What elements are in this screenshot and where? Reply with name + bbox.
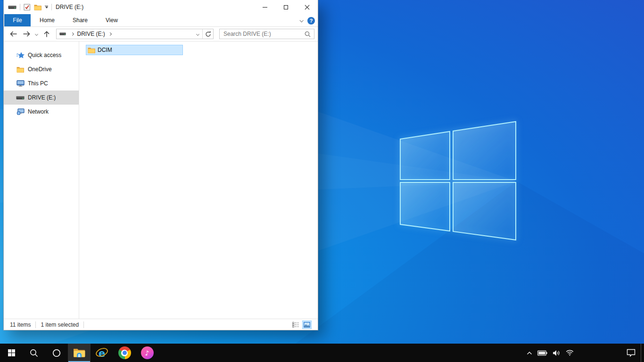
search-icon (30, 349, 38, 357)
hard-drive-icon (16, 96, 25, 100)
sidebar-item-this-pc[interactable]: This PC (4, 76, 79, 90)
tab-view[interactable]: View (97, 14, 127, 26)
sidebar-item-network[interactable]: Network (4, 105, 79, 119)
sidebar-item-label: Quick access (28, 52, 61, 58)
taskbar-search-button[interactable] (23, 344, 45, 362)
cortana-circle-icon (52, 349, 61, 357)
properties-button[interactable] (24, 4, 31, 11)
sidebar-item-onedrive[interactable]: OneDrive (4, 62, 79, 76)
new-folder-button[interactable] (34, 4, 41, 10)
search-icon[interactable] (305, 31, 311, 37)
forward-button[interactable] (20, 28, 33, 40)
sidebar-item-label: Network (28, 108, 49, 115)
itunes-icon: ♪ (141, 346, 154, 359)
statusbar-separator (83, 321, 84, 328)
file-explorer-icon (73, 348, 85, 358)
window-controls (254, 0, 318, 14)
tab-file[interactable]: File (4, 14, 31, 26)
window-drive-icon (8, 5, 17, 9)
quick-access-toolbar (4, 4, 52, 11)
network-icon (16, 108, 25, 115)
close-button[interactable] (297, 0, 318, 14)
close-icon (305, 5, 310, 10)
minimize-icon (263, 7, 267, 8)
customize-quick-access-button[interactable] (45, 6, 48, 8)
toolbar-separator (20, 4, 20, 10)
statusbar-separator (35, 321, 36, 328)
refresh-button[interactable] (203, 29, 213, 39)
window-title: DRIVE (E:) (56, 4, 83, 10)
breadcrumb-chevron-icon (71, 33, 74, 35)
taskbar-file-explorer-button[interactable] (68, 344, 91, 362)
up-button[interactable] (40, 28, 53, 40)
address-bar[interactable]: DRIVE (E:) (56, 29, 214, 39)
maximize-button[interactable] (275, 0, 297, 14)
navigation-toolbar: DRIVE (E:) (4, 27, 318, 41)
search-input[interactable] (220, 31, 305, 37)
selection-count: 1 item selected (41, 321, 79, 328)
help-button[interactable]: ? (307, 17, 315, 25)
monitor-icon (16, 80, 25, 87)
explorer-main: Quick access OneDrive This PC (4, 41, 318, 319)
tab-share[interactable]: Share (64, 14, 97, 26)
action-center-button[interactable] (621, 344, 641, 362)
windows-start-icon (8, 349, 15, 356)
breadcrumb-drive[interactable]: DRIVE (E:) (76, 31, 106, 37)
toolbar-separator (51, 4, 52, 10)
minimize-button[interactable] (254, 0, 275, 14)
title-bar: DRIVE (E:) (4, 0, 318, 14)
large-icons-view-button[interactable] (302, 321, 312, 329)
sidebar-item-label: OneDrive (28, 66, 52, 73)
show-desktop-button[interactable] (641, 344, 644, 362)
sidebar-item-label: DRIVE (E:) (28, 94, 56, 101)
volume-icon[interactable] (553, 350, 561, 356)
status-bar: 11 items 1 item selected (4, 319, 318, 330)
taskbar: e ♪ (0, 344, 644, 362)
expand-ribbon-button[interactable] (300, 15, 303, 27)
wifi-icon[interactable] (566, 350, 574, 356)
internet-explorer-icon: e (95, 347, 108, 359)
navigation-pane: Quick access OneDrive This PC (4, 41, 79, 319)
cortana-button[interactable] (45, 344, 68, 362)
search-bar (219, 29, 314, 39)
notifications-icon (627, 349, 636, 357)
file-list[interactable]: DCIM (79, 41, 318, 319)
tray-chevron-up-icon[interactable] (527, 351, 532, 355)
chrome-button[interactable] (113, 344, 136, 362)
maximize-icon (284, 5, 288, 9)
sidebar-item-label: This PC (28, 80, 48, 87)
items-count: 11 items (10, 321, 31, 328)
sidebar-item-quick-access[interactable]: Quick access (4, 48, 79, 62)
chrome-icon (118, 346, 131, 359)
chevron-down-icon (45, 7, 48, 8)
folder-icon (88, 47, 95, 53)
details-view-button[interactable] (291, 321, 300, 329)
back-button[interactable] (6, 28, 20, 40)
file-item-name: DCIM (98, 47, 112, 53)
itunes-button[interactable]: ♪ (136, 344, 158, 362)
quick-access-star-icon (16, 52, 25, 59)
folder-icon (16, 66, 25, 73)
file-explorer-window: DRIVE (E:) File Home Share View ? (3, 0, 318, 330)
chevron-down-icon (34, 32, 38, 35)
tab-home[interactable]: Home (31, 14, 64, 26)
start-button[interactable] (0, 344, 23, 362)
battery-icon[interactable] (537, 350, 547, 356)
chevron-down-icon (299, 18, 303, 22)
chevron-down-icon (196, 32, 199, 35)
system-tray (527, 344, 576, 362)
recent-locations-button[interactable] (33, 28, 40, 40)
breadcrumb-chevron-icon (108, 33, 111, 35)
address-dropdown-button[interactable] (193, 29, 202, 39)
windows-logo (396, 117, 520, 245)
drive-icon (59, 32, 66, 36)
ribbon-tab-bar: File Home Share View ? (4, 14, 318, 27)
file-item-dcim[interactable]: DCIM (86, 45, 183, 55)
internet-explorer-button[interactable]: e (91, 344, 113, 362)
sidebar-item-drive-e[interactable]: DRIVE (E:) (4, 90, 79, 105)
